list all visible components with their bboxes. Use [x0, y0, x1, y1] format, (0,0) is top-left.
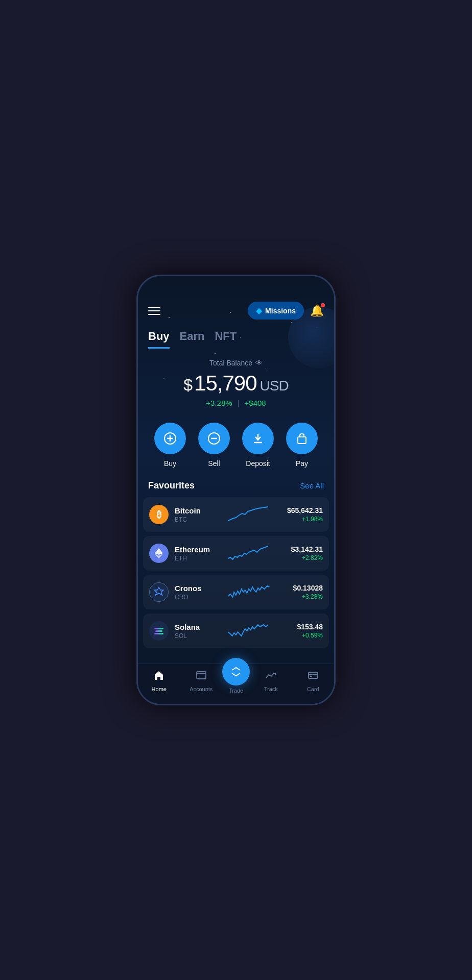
sol-chart: [221, 621, 277, 641]
btc-info: Bitcoin BTC: [175, 506, 221, 523]
pay-circle: [286, 423, 318, 454]
track-label: Track: [264, 686, 278, 692]
accounts-label: Accounts: [190, 686, 213, 692]
hamburger-menu[interactable]: [148, 307, 160, 315]
hamburger-line-2: [148, 310, 160, 311]
balance-change: +3.28% | +$408: [148, 399, 324, 407]
tab-buy[interactable]: Buy: [148, 330, 170, 349]
sol-change: +0.59%: [277, 632, 323, 639]
btc-name: Bitcoin: [175, 506, 221, 515]
buy-action[interactable]: Buy: [154, 423, 186, 468]
cro-info: Cronos CRO: [175, 584, 221, 601]
balance-number: 15,790: [194, 371, 256, 395]
cro-symbol: CRO: [175, 594, 221, 601]
card-label: Card: [307, 686, 319, 692]
cro-name: Cronos: [175, 584, 221, 593]
balance-label: Total Balance 👁: [148, 359, 324, 367]
bottom-nav: Home Accounts Trade: [138, 664, 334, 704]
tab-nft[interactable]: NFT: [215, 330, 237, 349]
balance-amount: $15,790USD: [148, 371, 324, 396]
btc-change: +1.98%: [277, 516, 323, 523]
tab-earn[interactable]: Earn: [180, 330, 205, 349]
pay-label: Pay: [296, 459, 308, 468]
eth-price-info: $3,142.31 +2.82%: [277, 545, 323, 561]
diamond-icon: ◆: [256, 306, 262, 315]
sol-stripe-3: [154, 633, 163, 634]
deposit-action[interactable]: Deposit: [242, 423, 274, 468]
minus-icon: [207, 432, 221, 445]
svg-rect-11: [197, 672, 206, 679]
sell-action[interactable]: Sell: [198, 423, 230, 468]
cro-icon: [149, 582, 169, 602]
eye-icon[interactable]: 👁: [255, 359, 263, 367]
nav-trade[interactable]: Trade: [222, 668, 250, 694]
svg-rect-13: [309, 672, 318, 678]
balance-section: Total Balance 👁 $15,790USD +3.28% | +$40…: [138, 349, 334, 412]
svg-marker-10: [154, 587, 163, 595]
cro-price: $0.13028: [277, 584, 323, 592]
sell-circle: [198, 423, 230, 454]
cro-price-info: $0.13028 +3.28%: [277, 584, 323, 600]
notification-badge: [321, 303, 325, 307]
nav-home[interactable]: Home: [138, 670, 180, 692]
track-icon: [265, 670, 276, 684]
sell-label: Sell: [208, 459, 220, 468]
cro-chart: [221, 582, 277, 602]
trade-icon: [230, 666, 242, 677]
divider: |: [238, 399, 240, 407]
cro-change: +3.28%: [277, 593, 323, 600]
phone-frame: ◆ Missions 🔔 Buy Earn NFT Total Balance …: [136, 275, 336, 705]
nav-card[interactable]: Card: [292, 670, 335, 692]
card-icon: [308, 670, 319, 684]
btc-price: $65,642.31: [277, 506, 323, 514]
svg-rect-7: [298, 437, 306, 444]
nav-track[interactable]: Track: [250, 670, 292, 692]
btc-symbol: BTC: [175, 516, 221, 523]
plus-icon: [163, 432, 177, 445]
coin-item-cro[interactable]: Cronos CRO $0.13028 +3.28%: [143, 575, 329, 609]
phone-screen: ◆ Missions 🔔 Buy Earn NFT Total Balance …: [138, 276, 334, 704]
btc-icon: ₿: [149, 505, 169, 524]
sol-stripe-1: [154, 628, 163, 629]
accounts-icon: [196, 670, 207, 684]
missions-label: Missions: [265, 307, 296, 315]
buy-circle: [154, 423, 186, 454]
see-all-button[interactable]: See All: [300, 481, 324, 490]
deposit-label: Deposit: [246, 459, 270, 468]
home-label: Home: [152, 686, 167, 692]
dollar-sign: $: [183, 376, 192, 394]
deposit-circle: [242, 423, 274, 454]
sol-info: Solana SOL: [175, 623, 221, 640]
coin-item-eth[interactable]: Ethereum ETH $3,142.31 +2.82%: [143, 536, 329, 571]
eth-info: Ethereum ETH: [175, 545, 221, 562]
missions-button[interactable]: ◆ Missions: [248, 302, 304, 320]
eth-chart: [221, 543, 277, 564]
change-percentage: +3.28%: [206, 399, 232, 407]
pay-action[interactable]: Pay: [286, 423, 318, 468]
favourites-title: Favourites: [148, 480, 195, 491]
eth-price: $3,142.31: [277, 545, 323, 553]
buy-label: Buy: [164, 459, 176, 468]
coin-list: ₿ Bitcoin BTC $65,642.31 +1.98%: [138, 497, 334, 648]
sol-name: Solana: [175, 623, 221, 631]
sol-symbol: SOL: [175, 632, 221, 640]
change-absolute: +$408: [245, 399, 266, 407]
notification-button[interactable]: 🔔: [310, 304, 324, 317]
trade-circle[interactable]: [222, 658, 250, 685]
sol-price: $153.48: [277, 623, 323, 631]
hamburger-line-3: [148, 314, 160, 315]
eth-change: +2.82%: [277, 554, 323, 561]
btc-price-info: $65,642.31 +1.98%: [277, 506, 323, 523]
hamburger-line-1: [148, 307, 160, 308]
coin-item-sol[interactable]: Solana SOL $153.48 +0.59%: [143, 614, 329, 648]
eth-icon: [149, 544, 169, 563]
download-icon: [251, 432, 265, 445]
trade-label: Trade: [229, 688, 243, 694]
favourites-header: Favourites See All: [138, 478, 334, 497]
nav-accounts[interactable]: Accounts: [180, 670, 223, 692]
sol-stripes: [154, 628, 163, 634]
action-buttons: Buy Sell De: [138, 412, 334, 478]
sol-stripe-2: [155, 630, 162, 632]
eth-symbol: ETH: [175, 555, 221, 562]
coin-item-btc[interactable]: ₿ Bitcoin BTC $65,642.31 +1.98%: [143, 497, 329, 532]
